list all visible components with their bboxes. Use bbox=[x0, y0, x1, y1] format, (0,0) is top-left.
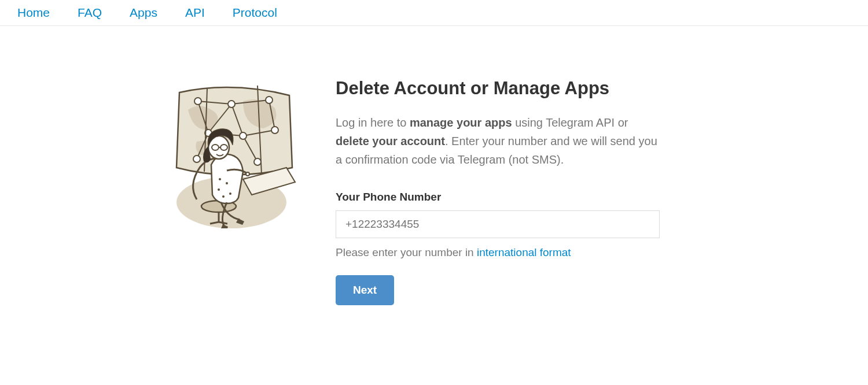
phone-label: Your Phone Number bbox=[336, 191, 723, 203]
svg-point-24 bbox=[226, 182, 228, 184]
nav-apps[interactable]: Apps bbox=[130, 6, 157, 19]
top-nav: Home FAQ Apps API Protocol bbox=[0, 0, 868, 26]
svg-point-25 bbox=[218, 188, 220, 191]
nav-protocol[interactable]: Protocol bbox=[233, 6, 277, 19]
svg-point-14 bbox=[240, 132, 247, 139]
svg-point-16 bbox=[193, 156, 200, 162]
nav-api[interactable]: API bbox=[185, 6, 205, 19]
helper-text: Please enter your number in internationa… bbox=[336, 246, 723, 259]
international-format-link[interactable]: international format bbox=[477, 246, 571, 258]
phone-input[interactable] bbox=[336, 210, 660, 238]
svg-point-28 bbox=[246, 172, 249, 176]
main-content: Delete Account or Manage Apps Log in her… bbox=[139, 26, 729, 305]
svg-point-15 bbox=[271, 127, 278, 134]
nav-list: Home FAQ Apps API Protocol bbox=[17, 6, 851, 20]
svg-point-11 bbox=[228, 101, 235, 108]
illustration bbox=[139, 78, 307, 305]
page-title: Delete Account or Manage Apps bbox=[336, 78, 723, 99]
svg-point-27 bbox=[222, 195, 225, 198]
helper-prefix: Please enter your number in bbox=[336, 246, 477, 258]
svg-point-23 bbox=[219, 178, 221, 180]
desc-strong-manage: manage your apps bbox=[410, 116, 512, 129]
next-button[interactable]: Next bbox=[336, 275, 394, 305]
telegram-assistant-illustration-icon bbox=[156, 78, 307, 228]
svg-point-12 bbox=[266, 97, 273, 103]
nav-home[interactable]: Home bbox=[17, 6, 50, 19]
desc-strong-delete: delete your account bbox=[336, 135, 445, 147]
description-text: Log in here to manage your apps using Te… bbox=[336, 113, 660, 169]
desc-mid: using Telegram API or bbox=[512, 116, 628, 129]
svg-point-26 bbox=[229, 192, 231, 195]
svg-point-17 bbox=[254, 158, 261, 165]
form-column: Delete Account or Manage Apps Log in her… bbox=[336, 78, 729, 305]
desc-prefix: Log in here to bbox=[336, 116, 410, 129]
nav-faq[interactable]: FAQ bbox=[78, 6, 102, 19]
svg-point-10 bbox=[194, 98, 201, 105]
